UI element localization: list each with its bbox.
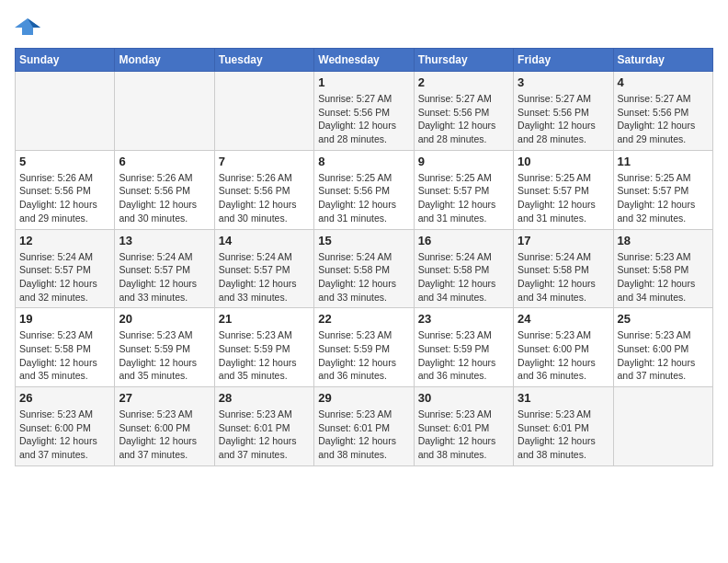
day-info: Sunrise: 5:23 AM Sunset: 5:58 PM Dayligh… <box>618 250 709 304</box>
day-number: 10 <box>518 155 609 168</box>
calendar-cell: 11Sunrise: 5:25 AM Sunset: 5:57 PM Dayli… <box>613 150 712 229</box>
day-info: Sunrise: 5:27 AM Sunset: 5:56 PM Dayligh… <box>618 92 709 146</box>
day-info: Sunrise: 5:26 AM Sunset: 5:56 PM Dayligh… <box>19 171 110 225</box>
week-row-2: 5Sunrise: 5:26 AM Sunset: 5:56 PM Daylig… <box>16 150 713 229</box>
day-info: Sunrise: 5:27 AM Sunset: 5:56 PM Dayligh… <box>418 92 509 146</box>
day-number: 27 <box>119 391 210 405</box>
calendar-cell: 6Sunrise: 5:26 AM Sunset: 5:56 PM Daylig… <box>115 150 214 229</box>
day-header-saturday: Saturday <box>613 49 712 72</box>
day-number: 6 <box>119 155 210 168</box>
logo <box>15 15 44 40</box>
calendar-cell: 16Sunrise: 5:24 AM Sunset: 5:58 PM Dayli… <box>414 229 513 308</box>
logo-icon <box>15 15 40 40</box>
calendar-cell: 27Sunrise: 5:23 AM Sunset: 6:00 PM Dayli… <box>115 387 214 466</box>
day-number: 23 <box>418 312 509 326</box>
day-header-tuesday: Tuesday <box>214 49 313 72</box>
calendar-cell <box>214 72 313 151</box>
day-info: Sunrise: 5:23 AM Sunset: 5:59 PM Dayligh… <box>219 328 310 383</box>
day-number: 22 <box>318 312 409 326</box>
page-header <box>15 15 713 40</box>
day-info: Sunrise: 5:25 AM Sunset: 5:57 PM Dayligh… <box>618 171 709 225</box>
calendar-cell: 3Sunrise: 5:27 AM Sunset: 5:56 PM Daylig… <box>514 72 613 151</box>
calendar-cell: 17Sunrise: 5:24 AM Sunset: 5:58 PM Dayli… <box>514 229 613 308</box>
day-number: 4 <box>618 75 709 89</box>
week-row-1: 1Sunrise: 5:27 AM Sunset: 5:56 PM Daylig… <box>16 72 713 151</box>
calendar-cell: 12Sunrise: 5:24 AM Sunset: 5:57 PM Dayli… <box>16 229 115 308</box>
day-number: 2 <box>418 75 509 89</box>
day-number: 21 <box>219 312 310 326</box>
day-info: Sunrise: 5:23 AM Sunset: 5:59 PM Dayligh… <box>418 328 509 383</box>
day-number: 3 <box>518 75 609 89</box>
day-info: Sunrise: 5:23 AM Sunset: 5:59 PM Dayligh… <box>318 328 409 383</box>
calendar-cell: 31Sunrise: 5:23 AM Sunset: 6:01 PM Dayli… <box>514 387 613 466</box>
calendar-body: 1Sunrise: 5:27 AM Sunset: 5:56 PM Daylig… <box>16 72 713 466</box>
calendar-cell <box>613 387 712 466</box>
calendar-cell: 14Sunrise: 5:24 AM Sunset: 5:57 PM Dayli… <box>214 229 313 308</box>
calendar-cell: 22Sunrise: 5:23 AM Sunset: 5:59 PM Dayli… <box>314 308 414 387</box>
day-number: 16 <box>418 234 509 247</box>
calendar-cell <box>16 72 115 151</box>
day-info: Sunrise: 5:26 AM Sunset: 5:56 PM Dayligh… <box>119 171 210 225</box>
day-info: Sunrise: 5:23 AM Sunset: 6:00 PM Dayligh… <box>19 408 110 462</box>
day-number: 18 <box>618 234 709 247</box>
day-info: Sunrise: 5:25 AM Sunset: 5:57 PM Dayligh… <box>518 171 609 225</box>
day-number: 5 <box>19 155 110 168</box>
day-info: Sunrise: 5:27 AM Sunset: 5:56 PM Dayligh… <box>518 92 609 146</box>
day-number: 12 <box>19 234 110 247</box>
calendar-cell: 21Sunrise: 5:23 AM Sunset: 5:59 PM Dayli… <box>214 308 313 387</box>
day-number: 8 <box>318 155 409 168</box>
day-number: 19 <box>19 312 110 326</box>
day-number: 15 <box>318 234 409 247</box>
calendar-cell <box>115 72 214 151</box>
day-number: 9 <box>418 155 509 168</box>
day-header-wednesday: Wednesday <box>314 49 414 72</box>
week-row-4: 19Sunrise: 5:23 AM Sunset: 5:58 PM Dayli… <box>16 308 713 387</box>
day-number: 30 <box>418 391 509 405</box>
day-header-sunday: Sunday <box>16 49 115 72</box>
calendar-cell: 18Sunrise: 5:23 AM Sunset: 5:58 PM Dayli… <box>613 229 712 308</box>
calendar-cell: 25Sunrise: 5:23 AM Sunset: 6:00 PM Dayli… <box>613 308 712 387</box>
calendar-cell: 10Sunrise: 5:25 AM Sunset: 5:57 PM Dayli… <box>514 150 613 229</box>
day-number: 26 <box>19 391 110 405</box>
day-info: Sunrise: 5:23 AM Sunset: 5:58 PM Dayligh… <box>19 328 110 383</box>
day-number: 7 <box>219 155 310 168</box>
calendar-table: SundayMondayTuesdayWednesdayThursdayFrid… <box>15 48 713 466</box>
week-row-5: 26Sunrise: 5:23 AM Sunset: 6:00 PM Dayli… <box>16 387 713 466</box>
day-number: 28 <box>219 391 310 405</box>
calendar-cell: 19Sunrise: 5:23 AM Sunset: 5:58 PM Dayli… <box>16 308 115 387</box>
day-info: Sunrise: 5:23 AM Sunset: 6:01 PM Dayligh… <box>418 408 509 462</box>
calendar-cell: 8Sunrise: 5:25 AM Sunset: 5:56 PM Daylig… <box>314 150 414 229</box>
day-info: Sunrise: 5:24 AM Sunset: 5:57 PM Dayligh… <box>119 250 210 304</box>
calendar-cell: 2Sunrise: 5:27 AM Sunset: 5:56 PM Daylig… <box>414 72 513 151</box>
day-number: 25 <box>618 312 709 326</box>
calendar-cell: 28Sunrise: 5:23 AM Sunset: 6:01 PM Dayli… <box>214 387 313 466</box>
calendar-cell: 7Sunrise: 5:26 AM Sunset: 5:56 PM Daylig… <box>214 150 313 229</box>
day-info: Sunrise: 5:25 AM Sunset: 5:57 PM Dayligh… <box>418 171 509 225</box>
day-number: 14 <box>219 234 310 247</box>
calendar-cell: 20Sunrise: 5:23 AM Sunset: 5:59 PM Dayli… <box>115 308 214 387</box>
day-number: 29 <box>318 391 409 405</box>
day-info: Sunrise: 5:23 AM Sunset: 6:00 PM Dayligh… <box>119 408 210 462</box>
calendar-cell: 4Sunrise: 5:27 AM Sunset: 5:56 PM Daylig… <box>613 72 712 151</box>
calendar-cell: 29Sunrise: 5:23 AM Sunset: 6:01 PM Dayli… <box>314 387 414 466</box>
week-row-3: 12Sunrise: 5:24 AM Sunset: 5:57 PM Dayli… <box>16 229 713 308</box>
day-info: Sunrise: 5:27 AM Sunset: 5:56 PM Dayligh… <box>318 92 409 146</box>
day-info: Sunrise: 5:24 AM Sunset: 5:58 PM Dayligh… <box>418 250 509 304</box>
day-info: Sunrise: 5:24 AM Sunset: 5:58 PM Dayligh… <box>318 250 409 304</box>
day-number: 13 <box>119 234 210 247</box>
day-number: 1 <box>318 75 409 89</box>
day-info: Sunrise: 5:24 AM Sunset: 5:57 PM Dayligh… <box>219 250 310 304</box>
day-number: 11 <box>618 155 709 168</box>
calendar-cell: 15Sunrise: 5:24 AM Sunset: 5:58 PM Dayli… <box>314 229 414 308</box>
day-info: Sunrise: 5:23 AM Sunset: 6:00 PM Dayligh… <box>618 328 709 383</box>
day-header-monday: Monday <box>115 49 214 72</box>
day-info: Sunrise: 5:23 AM Sunset: 6:01 PM Dayligh… <box>219 408 310 462</box>
day-info: Sunrise: 5:23 AM Sunset: 6:00 PM Dayligh… <box>518 328 609 383</box>
day-info: Sunrise: 5:23 AM Sunset: 5:59 PM Dayligh… <box>119 328 210 383</box>
day-info: Sunrise: 5:24 AM Sunset: 5:57 PM Dayligh… <box>19 250 110 304</box>
day-header-thursday: Thursday <box>414 49 513 72</box>
day-info: Sunrise: 5:25 AM Sunset: 5:56 PM Dayligh… <box>318 171 409 225</box>
calendar-cell: 26Sunrise: 5:23 AM Sunset: 6:00 PM Dayli… <box>16 387 115 466</box>
calendar-cell: 23Sunrise: 5:23 AM Sunset: 5:59 PM Dayli… <box>414 308 513 387</box>
day-number: 31 <box>518 391 609 405</box>
